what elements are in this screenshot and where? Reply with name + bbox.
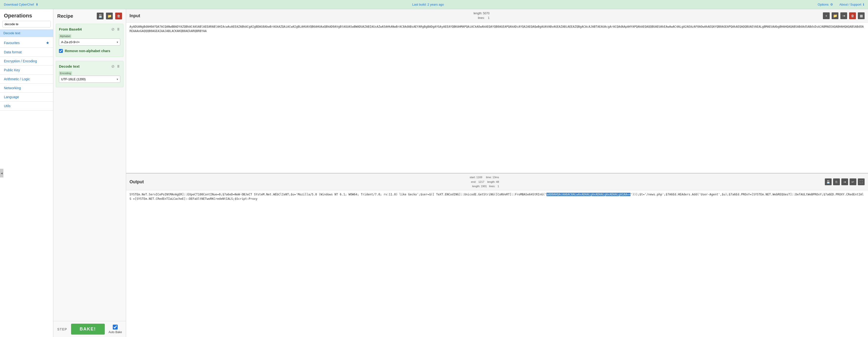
output-end: 1217 (478, 180, 484, 183)
input-text: AyADUANgBdAH0AfQA7ACQANwBBADYAZQBkAC4ASA… (129, 25, 864, 33)
sidebar-item-language[interactable]: Language (0, 93, 53, 101)
output-save-button[interactable]: 💾 (825, 178, 832, 185)
sidebar-item-label-arithmetic_logic: Arithmetic / Logic (4, 77, 30, 81)
input-length-label: length: 5070 (473, 12, 489, 15)
input-lines: 1 (488, 16, 490, 20)
auto-bake-checkbox[interactable] (113, 325, 118, 330)
encoding-dropdown-icon[interactable]: ▾ (117, 78, 118, 81)
options-button[interactable]: Options ⚙ (818, 3, 833, 6)
about-button[interactable]: About / Support ℹ (839, 3, 864, 6)
topbar-center: Last build: 2 years ago (412, 3, 444, 6)
alphabet-label: Alphabet (59, 34, 71, 38)
output-start: 1169 (476, 176, 482, 179)
input-folder-button[interactable]: 📁 (832, 12, 838, 19)
about-label: About / Support (839, 3, 861, 6)
output-total: length: 1901 lines: 1 (469, 184, 499, 189)
input-clear-button[interactable]: 🗑 (849, 12, 856, 19)
alphabet-input[interactable]: A-Za-z0-9+/= ▾ (59, 38, 120, 45)
left-panel: ◀ Operations Decode text Favourites★Data… (0, 9, 53, 337)
recipe-clear-button[interactable]: 🗑 (115, 12, 122, 20)
input-add-button[interactable]: + (823, 12, 830, 19)
output-copy-button[interactable]: ⎘ (833, 178, 840, 185)
step2-icons: ⊘ ⏸ (111, 64, 120, 69)
topbar-left: Download CyberChef ⬇ (4, 3, 38, 6)
output-undo-button[interactable]: ↩ (849, 178, 856, 185)
right-panel: Input length: 5070 lines: 1 + 📁 ⇥ 🗑 ▦ Ay… (126, 9, 868, 337)
sidebar-item-arithmetic_logic[interactable]: Arithmetic / Logic (0, 75, 53, 83)
alphabet-dropdown-icon[interactable]: ▾ (117, 40, 118, 44)
build-info: Last build: 2 years ago (412, 3, 444, 6)
output-actions: 💾 ⎘ ⇥ ↩ ⛶ (825, 178, 865, 185)
step2-disable-icon[interactable]: ⊘ (111, 64, 115, 69)
sidebar-item-label-data_format: Data format (4, 50, 22, 54)
sidebar-item-data_format[interactable]: Data format (0, 48, 53, 57)
step-header: From Base64 ⊘ ⏸ (59, 27, 120, 32)
sidebar-item-favourites[interactable]: Favourites★ (0, 38, 53, 48)
search-input[interactable] (3, 21, 51, 27)
middle-panel: Recipe 💾 📁 🗑 From Base64 ⊘ ⏸ Alphabet A-… (53, 9, 126, 337)
output-text-before: SYSTEm.NeT.ServICePoINtMAnAgER]::EXpeCT1… (129, 193, 547, 196)
input-arrow-button[interactable]: ⇥ (840, 12, 847, 19)
bottom-controls: STEP BAKE! Auto Bake (53, 321, 126, 337)
recipe-step-from-base64: From Base64 ⊘ ⏸ Alphabet A-Za-z0-9+/= ▾ … (56, 24, 123, 57)
gear-icon: ⚙ (830, 3, 833, 6)
input-title: Input (129, 13, 140, 19)
encoding-label: Encoding (59, 71, 72, 75)
recipe-header: Recipe 💾 📁 🗑 (53, 9, 126, 22)
output-content[interactable]: SYSTEm.NeT.ServICePoINtMAnAgER]::EXpeCT1… (126, 190, 868, 337)
output-send-button[interactable]: ⇥ (841, 178, 848, 185)
step2-header: Decode text ⊘ ⏸ (59, 64, 120, 69)
topbar-right: Options ⚙ About / Support ℹ (818, 3, 864, 6)
sidebar-item-label-encryption_encoding: Encryption / Encoding (4, 59, 37, 63)
output-length: 1901 (481, 185, 487, 188)
output-timing: start: 1169 time: 13ms (469, 175, 499, 180)
auto-bake-label: Auto Bake (108, 331, 122, 334)
star-icon: ★ (46, 40, 49, 45)
recipe-icons: 💾 📁 🗑 (97, 12, 122, 20)
output-header: Output start: 1169 time: 13ms end: 1217 … (126, 173, 868, 190)
recipe-title: Recipe (57, 13, 73, 19)
topbar: Download CyberChef ⬇ Last build: 2 years… (0, 0, 868, 9)
input-length: 5070 (483, 12, 490, 15)
encoding-value: UTF-16LE (1200) (61, 77, 86, 81)
input-actions: + 📁 ⇥ 🗑 ▦ (823, 12, 865, 19)
input-meta: length: 5070 lines: 1 (473, 11, 489, 20)
recipe-save-button[interactable]: 💾 (97, 12, 103, 20)
options-label: Options (818, 3, 829, 6)
recipe-open-button[interactable]: 📁 (106, 12, 113, 20)
category-list: Favourites★Data formatEncryption / Encod… (0, 37, 53, 337)
download-icon: ⬇ (36, 3, 38, 6)
left-panel-collapse-arrow[interactable]: ◀ (0, 169, 3, 178)
output-section: Output start: 1169 time: 13ms end: 1217 … (126, 173, 868, 337)
output-title: Output (129, 179, 144, 184)
search-result-label: Decode text (3, 31, 20, 35)
sidebar-item-label-networking: Networking (4, 86, 21, 90)
sidebar-item-encryption_encoding[interactable]: Encryption / Encoding (0, 57, 53, 65)
remove-nonalpha-checkbox[interactable] (59, 49, 63, 53)
step-disable-icon[interactable]: ⊘ (111, 27, 115, 32)
output-meta: start: 1169 time: 13ms end: 1217 length:… (469, 175, 499, 189)
encoding-input[interactable]: UTF-16LE (1200) ▾ (59, 75, 120, 83)
sidebar-item-utils[interactable]: Utils (0, 101, 53, 110)
input-content[interactable]: AyADUANgBdAH0AfQA7ACQANwBBADYAZQBkAC4ASA… (126, 23, 868, 173)
alphabet-field-group: Alphabet A-Za-z0-9+/= ▾ (59, 34, 120, 45)
step-title-from-base64: From Base64 (59, 27, 82, 31)
sidebar-item-networking[interactable]: Networking (0, 84, 53, 92)
step2-pause-icon[interactable]: ⏸ (116, 64, 120, 69)
download-link[interactable]: Download CyberChef ⬇ (4, 3, 38, 6)
output-text-highlight: aAB0AHQAcAA6AC8ALwAxADAALgAxADAALgAxADAA… (547, 193, 630, 196)
input-grid-button[interactable]: ▦ (858, 12, 865, 19)
step-button[interactable]: STEP (57, 327, 67, 331)
input-lines-label: lines: 1 (478, 16, 489, 20)
step-pause-icon[interactable]: ⏸ (116, 27, 120, 32)
remove-nonalpha-row: Remove non-alphabet chars (59, 48, 120, 54)
output-expand-button[interactable]: ⛶ (858, 178, 865, 185)
bake-button[interactable]: BAKE! (71, 324, 105, 335)
auto-bake-group: Auto Bake (108, 325, 122, 334)
remove-nonalpha-label: Remove non-alphabet chars (65, 49, 110, 53)
search-result-item[interactable]: Decode text (0, 29, 53, 37)
info-icon: ℹ (863, 3, 864, 6)
input-header: Input length: 5070 lines: 1 + 📁 ⇥ 🗑 ▦ (126, 9, 868, 23)
step-title-decode-text: Decode text (59, 64, 80, 68)
sidebar-item-public_key[interactable]: Public Key (0, 66, 53, 74)
